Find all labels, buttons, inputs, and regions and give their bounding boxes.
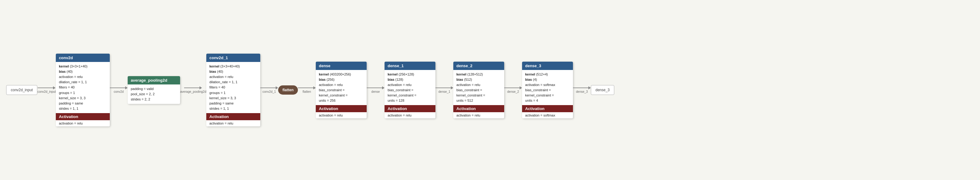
kernel-label: kernel <box>525 72 535 76</box>
prop-6: strides = 1, 1 <box>59 106 107 111</box>
bias-label: bias <box>388 78 395 81</box>
dense-bias: (256) <box>326 78 334 81</box>
arrow-line <box>260 88 276 88</box>
d3-prop-3: units = 4 <box>525 98 570 103</box>
d-prop-1: bias_constraint = <box>319 88 364 93</box>
dense-kernel: (403200×256) <box>330 72 351 76</box>
prop-4: kernel_size = 3, 3 <box>59 96 107 101</box>
connector-label: conv2d_input <box>37 90 56 93</box>
dense3-activation-body: activation = softmax <box>522 112 573 118</box>
prop-0: activation = relu <box>59 74 107 80</box>
dense-activation-header: Activation <box>316 105 367 112</box>
dense1-activation-header: Activation <box>385 105 436 112</box>
dense-2-node: dense_2 kernel (128×512) bias (512) acti… <box>453 62 504 118</box>
arrow-head <box>451 86 453 89</box>
kernel-label: kernel <box>59 64 69 68</box>
d2-prop-3: units = 512 <box>457 98 501 103</box>
dense-header: dense <box>316 62 367 70</box>
input-node: conv2d_input <box>6 85 37 95</box>
dense-3-header: dense_3 <box>522 62 573 70</box>
flatten-node: flatten <box>278 85 298 95</box>
output-label: dense_3 <box>595 88 610 92</box>
c1-prop-1: dilation_rate = 1, 1 <box>209 80 257 85</box>
dense-activation-body: activation = relu <box>316 112 367 118</box>
pool-prop-2: strides = 2, 2 <box>131 97 177 102</box>
d-prop-2: kernel_constraint = <box>319 93 364 98</box>
prop-2: filters = 40 <box>59 85 107 90</box>
conv2d-activation-body: activation = relu <box>56 120 110 126</box>
arrow-head <box>276 86 278 89</box>
bias-label: bias <box>319 78 326 81</box>
kernel-label: kernel <box>209 64 219 68</box>
dense-1-node: dense_1 kernel (256×128) bias (128) acti… <box>385 62 436 118</box>
bias-label: bias <box>457 78 463 81</box>
connector-label: dense_2 <box>507 90 519 93</box>
conv2d-1-header: conv2d_1 <box>206 54 260 62</box>
dense-3-node: dense_3 kernel (512×4) bias (4) activati… <box>522 62 573 118</box>
connector-5: flatten <box>298 86 316 93</box>
conv2d1-activation-body: activation = relu <box>206 120 260 126</box>
connector-3: average_pooling2d <box>180 86 206 93</box>
dense-1-header: dense_1 <box>385 62 436 70</box>
conv2d-node: conv2d kernel (3×3×1×40) bias (40) activ… <box>56 54 110 126</box>
c1-prop-0: activation = relu <box>209 74 257 80</box>
pooling-header: average_pooling2d <box>128 76 180 84</box>
dense-1-body: kernel (256×128) bias (128) activation =… <box>385 70 436 105</box>
d1-prop-3: units = 128 <box>388 98 432 103</box>
d-prop-0: activation = relu <box>319 82 364 88</box>
dense3-kernel: (512×4) <box>536 72 548 76</box>
dense2-kernel: (128×512) <box>467 72 483 76</box>
arrow-line <box>504 88 520 88</box>
c1-prop-5: padding = same <box>209 101 257 106</box>
connector-8: dense_2 <box>504 86 522 93</box>
dense-node: dense kernel (403200×256) bias (256) act… <box>316 62 367 118</box>
connector-label: flatten <box>302 90 311 93</box>
d2-prop-0: activation = relu <box>457 82 501 88</box>
dense3-bias: (4) <box>533 78 537 81</box>
dense2-activation-header: Activation <box>453 105 504 112</box>
input-label: conv2d_input <box>11 88 33 92</box>
pool-prop-0: padding = valid <box>131 86 177 92</box>
connector-4: conv2d_1 <box>260 86 278 93</box>
dense1-activation-body: activation = relu <box>385 112 436 118</box>
prop-1: dilation_rate = 1, 1 <box>59 80 107 85</box>
d3-prop-0: activation = softmax <box>525 82 570 88</box>
arrow-head <box>53 86 56 89</box>
connector-label: average_pooling2d <box>180 90 206 93</box>
conv2d1-bias: (40) <box>217 70 223 73</box>
dense1-bias: (128) <box>395 78 403 81</box>
conv2d1-kernel: (3×3×40×40) <box>220 64 240 68</box>
c1-prop-4: kernel_size = 3, 3 <box>209 96 257 101</box>
arrow-head <box>125 86 128 89</box>
d3-prop-2: kernel_constraint = <box>525 93 570 98</box>
connector-6: dense <box>367 86 385 93</box>
arrow-head <box>313 86 316 89</box>
connector-7: dense_1 <box>436 86 453 93</box>
arrow-line <box>436 88 451 88</box>
d1-prop-1: bias_constraint = <box>388 88 432 93</box>
d2-prop-1: bias_constraint = <box>457 88 501 93</box>
connector-label: conv2d_1 <box>262 90 276 93</box>
conv2d-header: conv2d <box>56 54 110 62</box>
arrow-line <box>184 88 199 88</box>
c1-prop-6: strides = 1, 1 <box>209 106 257 111</box>
conv2d-activation-header: Activation <box>56 113 110 120</box>
d2-prop-2: kernel_constraint = <box>457 93 501 98</box>
dense1-kernel: (256×128) <box>398 72 414 76</box>
connector-1: conv2d_input <box>37 86 56 93</box>
bias-label: bias <box>209 70 216 73</box>
dense2-activation-body: activation = relu <box>453 112 504 118</box>
connector-label: dense <box>371 90 380 93</box>
arrow-line <box>38 88 53 88</box>
arrow-line <box>367 88 382 88</box>
neural-network-diagram: conv2d_input conv2d_input conv2d kernel … <box>0 48 980 132</box>
output-node: dense_3 <box>591 85 614 95</box>
d3-prop-1: bias_constraint = <box>525 88 570 93</box>
c1-prop-2: filters = 40 <box>209 85 257 90</box>
d-prop-3: units = 256 <box>319 98 364 103</box>
arrow-line <box>573 88 589 88</box>
conv2d-1-node: conv2d_1 kernel (3×3×40×40) bias (40) ac… <box>206 54 260 126</box>
arrow-head <box>199 86 202 89</box>
d1-prop-2: kernel_constraint = <box>388 93 432 98</box>
dense3-activation-header: Activation <box>522 105 573 112</box>
